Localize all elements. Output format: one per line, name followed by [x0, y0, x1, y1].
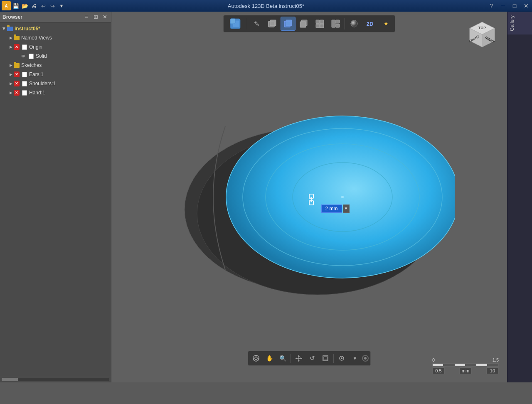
- home-isometric-btn[interactable]: [281, 17, 296, 31]
- expand-arrow-root[interactable]: ▶: [2, 26, 7, 31]
- scalebar-seg-5: [476, 364, 487, 366]
- tree-item-ears[interactable]: ▶ ✕ Ears:1: [0, 70, 111, 79]
- move-btn[interactable]: [293, 352, 305, 364]
- titlebar-controls: ? ─ □ ✕: [485, 0, 532, 12]
- tree-item-root[interactable]: ▶ instruct05*: [0, 24, 111, 33]
- scalebar-max: 10: [486, 367, 499, 374]
- svg-marker-48: [296, 357, 297, 359]
- h-scrollbar-track[interactable]: [2, 378, 109, 381]
- tree-item-sketches[interactable]: ▶ Sketches: [0, 61, 111, 70]
- home-view-btn[interactable]: [225, 17, 245, 31]
- svg-point-39: [255, 357, 257, 360]
- svg-rect-12: [320, 20, 324, 24]
- browser-panel: Browser ≡ ⊞ ✕ ▶ instruct05* ▶ Named View…: [0, 12, 111, 382]
- frame-btn[interactable]: [319, 352, 332, 364]
- zoom-icon: 🔍: [279, 355, 286, 362]
- view-options-arrow-btn[interactable]: ▼: [349, 352, 361, 364]
- expand-arrow-origin[interactable]: ▶: [8, 44, 13, 49]
- quick-more-btn[interactable]: ▼: [57, 2, 66, 10]
- dimension-dropdown[interactable]: ▼: [343, 204, 350, 213]
- expand-arrow-sketches[interactable]: ▶: [8, 63, 13, 68]
- tree-item-origin[interactable]: ▶ ✕ Origin: [0, 42, 111, 52]
- h-scrollbar-thumb[interactable]: [2, 378, 18, 381]
- browser-close-btn[interactable]: ✕: [101, 13, 108, 21]
- pan-btn[interactable]: ✋: [263, 352, 276, 364]
- tree-item-hand[interactable]: ▶ ✕ Hand:1: [0, 88, 111, 97]
- dimension-input[interactable]: [321, 204, 342, 213]
- shoulders-redx-icon: ✕: [13, 80, 20, 87]
- svg-marker-49: [300, 357, 302, 359]
- 2d-view-btn[interactable]: 2D: [362, 17, 377, 31]
- pencil-btn[interactable]: ✎: [249, 17, 264, 31]
- quad-view-btn[interactable]: [312, 17, 327, 31]
- pencil-icon: ✎: [254, 20, 259, 28]
- minimize-btn[interactable]: ─: [497, 0, 509, 12]
- svg-rect-51: [324, 357, 327, 360]
- gallery-tab[interactable]: Gallery: [507, 12, 532, 34]
- solid-eye-icon: 👁: [20, 53, 27, 59]
- front-view-btn[interactable]: [265, 17, 280, 31]
- svg-rect-13: [316, 24, 320, 28]
- svg-marker-46: [298, 355, 300, 357]
- star-icon: ✦: [383, 20, 389, 28]
- hand-redx-icon: ✕: [13, 89, 20, 96]
- expand-arrow-shoulders[interactable]: ▶: [8, 81, 13, 86]
- root-label: instruct05*: [15, 26, 40, 32]
- expand-arrow-ears[interactable]: ▶: [8, 72, 13, 77]
- bottom-toolbar: ✋ 🔍 ↺: [248, 351, 371, 366]
- shading-btn[interactable]: [347, 17, 362, 31]
- svg-rect-11: [316, 20, 320, 24]
- dimension-input-overlay: ▼: [321, 204, 350, 213]
- ears-label: Ears:1: [29, 71, 44, 77]
- maximize-btn[interactable]: □: [509, 0, 520, 12]
- titlebar: A 💾 📂 🖨 ↩ ↪ ▼ Autodesk 123D Beta instruc…: [0, 0, 532, 12]
- select-btn[interactable]: [250, 352, 262, 364]
- origin-redx-icon: ✕: [13, 44, 20, 50]
- quick-print-btn[interactable]: 🖨: [30, 2, 38, 10]
- 3d-shape: [164, 35, 455, 347]
- ears-redx-icon: ✕: [13, 71, 20, 78]
- sketches-icon: [13, 62, 20, 69]
- app-icon: A: [2, 1, 11, 10]
- svg-point-19: [351, 20, 357, 27]
- close-btn[interactable]: ✕: [520, 0, 532, 12]
- shoulders-label: Shoulders:1: [29, 81, 56, 86]
- quick-open-btn[interactable]: 📂: [21, 2, 29, 10]
- browser-header: Browser ≡ ⊞ ✕: [0, 12, 111, 22]
- quick-redo-btn[interactable]: ↪: [48, 2, 57, 10]
- scalebar-label-max: 1.5: [493, 357, 499, 362]
- special-btn[interactable]: ✦: [378, 17, 393, 31]
- titlebar-left: A 💾 📂 🖨 ↩ ↪ ▼: [0, 0, 67, 12]
- solid-doc-icon: [28, 53, 34, 59]
- bt-sep-2: [333, 354, 334, 363]
- browser-toggle-btn[interactable]: ≡: [83, 13, 90, 21]
- vt-sep-1: [247, 18, 247, 30]
- rotate-btn[interactable]: ↺: [306, 352, 318, 364]
- tree-item-solid[interactable]: ▶ 👁 Solid: [0, 52, 111, 61]
- root-icon: [7, 25, 13, 32]
- expand-arrow-named-views[interactable]: ▶: [8, 35, 13, 40]
- svg-text:TOP: TOP: [478, 26, 486, 30]
- back-view-btn[interactable]: [296, 17, 311, 31]
- ears-doc-icon: [21, 71, 28, 78]
- browser-scrollbar[interactable]: [0, 376, 111, 382]
- browser-expand-btn[interactable]: ⊞: [92, 13, 99, 21]
- multi-view-btn[interactable]: [328, 17, 343, 31]
- scalebar-seg-6: [488, 364, 498, 366]
- tree-item-shoulders[interactable]: ▶ ✕ Shoulders:1: [0, 79, 111, 88]
- viewport[interactable]: ✎: [111, 12, 507, 382]
- expand-arrow-hand[interactable]: ▶: [8, 90, 13, 95]
- main-layout: Browser ≡ ⊞ ✕ ▶ instruct05* ▶ Named View…: [0, 12, 532, 382]
- quick-undo-btn[interactable]: ↩: [39, 2, 47, 10]
- scalebar-seg-4: [466, 364, 476, 366]
- quick-save-btn[interactable]: 💾: [12, 2, 20, 10]
- help-btn[interactable]: ?: [485, 0, 497, 12]
- tree-item-named-views[interactable]: ▶ Named Views: [0, 33, 111, 42]
- view-options-btn[interactable]: [335, 352, 348, 364]
- view-cube[interactable]: TOP FRONT RIGHT: [466, 20, 499, 53]
- scalebar-top-labels: 0 1.5: [432, 357, 499, 362]
- shoulders-doc-icon: [21, 80, 28, 87]
- zoom-window-btn[interactable]: 🔍: [276, 352, 289, 364]
- scalebar: 0 1.5 0.5 mm 10: [432, 357, 499, 374]
- titlebar-title: Autodesk 123D Beta instruct05*: [228, 3, 304, 9]
